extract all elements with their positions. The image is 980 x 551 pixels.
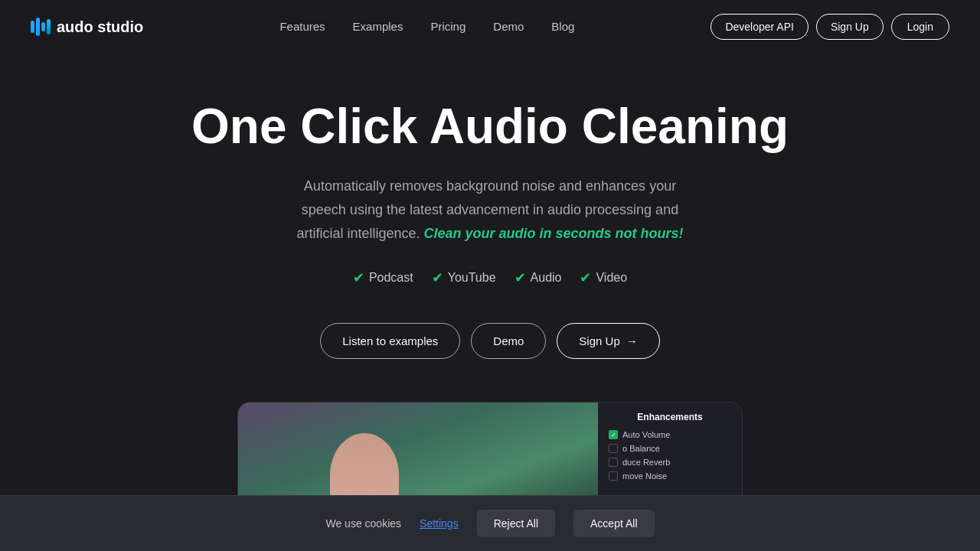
logo-bar-4 bbox=[47, 19, 51, 34]
preview-checkbox-1 bbox=[609, 444, 618, 453]
preview-panel-title: Enhancements bbox=[609, 412, 731, 422]
nav-actions: Developer API Sign Up Login bbox=[710, 14, 949, 40]
hero-highlight: Clean your audio in seconds not hours! bbox=[424, 226, 684, 241]
preview-item-label-3: move Noise bbox=[622, 471, 667, 481]
hero-buttons: Listen to examples Demo Sign Up → bbox=[320, 323, 659, 359]
hero-badges: ✔ Podcast ✔ YouTube ✔ Audio ✔ Video bbox=[353, 269, 627, 286]
preview-item-1: o Balance bbox=[609, 444, 731, 453]
check-video-icon: ✔ bbox=[580, 269, 591, 286]
preview-checkbox-2 bbox=[609, 458, 618, 467]
preview-item-3: move Noise bbox=[609, 471, 731, 481]
badge-podcast: ✔ Podcast bbox=[353, 269, 413, 286]
arrow-icon: → bbox=[626, 334, 638, 347]
nav-features[interactable]: Features bbox=[279, 20, 325, 33]
preview-item-0: ✓ Auto Volume bbox=[609, 430, 731, 439]
developer-api-button[interactable]: Developer API bbox=[710, 14, 808, 40]
preview-item-label-2: duce Reverb bbox=[622, 458, 670, 467]
preview-item-2: duce Reverb bbox=[609, 458, 731, 467]
check-podcast-icon: ✔ bbox=[353, 269, 364, 286]
hero-signup-button[interactable]: Sign Up → bbox=[557, 323, 659, 359]
preview-panel: Enhancements ✓ Auto Volume o Balance duc… bbox=[598, 403, 742, 510]
preview-checkbox-0: ✓ bbox=[609, 430, 618, 439]
logo-text: audo studio bbox=[57, 18, 143, 36]
preview-item-label-0: Auto Volume bbox=[622, 430, 670, 439]
nav-login-button[interactable]: Login bbox=[891, 14, 949, 40]
badge-audio-label: Audio bbox=[531, 271, 562, 285]
badge-audio: ✔ Audio bbox=[514, 269, 562, 286]
logo-link[interactable]: audo studio bbox=[31, 18, 143, 36]
app-preview: Enhancements ✓ Auto Volume o Balance duc… bbox=[237, 402, 743, 510]
badge-video: ✔ Video bbox=[580, 269, 627, 286]
badge-youtube-label: YouTube bbox=[448, 271, 496, 285]
hero-title: One Click Audio Cleaning bbox=[191, 99, 789, 153]
cookie-message: We use cookies bbox=[325, 517, 401, 530]
check-audio-icon: ✔ bbox=[514, 269, 526, 286]
cookie-banner: We use cookies Settings Reject All Accep… bbox=[0, 495, 980, 551]
logo-bar-2 bbox=[36, 18, 40, 36]
logo-bar-3 bbox=[41, 22, 45, 31]
badge-podcast-label: Podcast bbox=[369, 271, 413, 285]
hero-signup-label: Sign Up bbox=[579, 334, 619, 347]
nav-examples[interactable]: Examples bbox=[353, 20, 403, 33]
preview-item-label-1: o Balance bbox=[622, 444, 660, 453]
preview-person bbox=[238, 403, 598, 510]
cookie-reject-button[interactable]: Reject All bbox=[477, 510, 555, 537]
navigation: audo studio Features Examples Pricing De… bbox=[0, 0, 980, 54]
nav-blog[interactable]: Blog bbox=[551, 20, 574, 33]
badge-video-label: Video bbox=[596, 271, 627, 285]
preview-checkbox-3 bbox=[609, 471, 618, 481]
checkbox-check-0: ✓ bbox=[611, 432, 616, 439]
nav-signup-button[interactable]: Sign Up bbox=[816, 14, 884, 40]
app-preview-inner: Enhancements ✓ Auto Volume o Balance duc… bbox=[238, 403, 742, 510]
hero-section: One Click Audio Cleaning Automatically r… bbox=[0, 54, 980, 510]
nav-links: Features Examples Pricing Demo Blog bbox=[279, 20, 574, 34]
cookie-accept-button[interactable]: Accept All bbox=[573, 510, 654, 537]
check-youtube-icon: ✔ bbox=[432, 269, 443, 286]
listen-examples-button[interactable]: Listen to examples bbox=[320, 323, 460, 359]
cookie-settings-button[interactable]: Settings bbox=[420, 517, 459, 530]
nav-demo[interactable]: Demo bbox=[493, 20, 524, 33]
badge-youtube: ✔ YouTube bbox=[432, 269, 496, 286]
logo-bar-1 bbox=[31, 21, 34, 33]
logo-icon bbox=[31, 18, 51, 36]
nav-pricing[interactable]: Pricing bbox=[430, 20, 466, 33]
preview-image-area bbox=[238, 403, 598, 510]
hero-subtitle: Automatically removes background noise a… bbox=[291, 174, 689, 245]
demo-button[interactable]: Demo bbox=[471, 323, 546, 359]
